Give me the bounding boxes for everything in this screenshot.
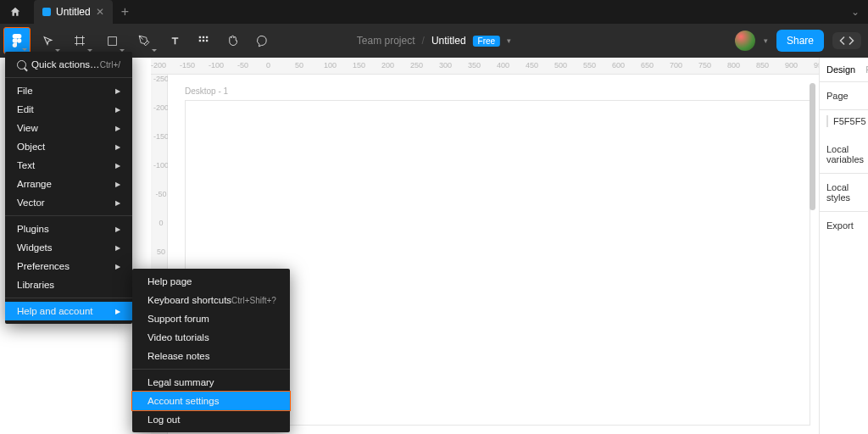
home-button[interactable] — [3, 0, 27, 24]
hand-tool[interactable] — [219, 27, 246, 54]
section-export[interactable]: Export — [820, 212, 868, 239]
menu-file[interactable]: File▶ — [5, 81, 132, 100]
svg-rect-3 — [206, 36, 208, 38]
comment-tool[interactable] — [248, 27, 275, 54]
chevron-down-icon[interactable]: ▾ — [507, 36, 511, 45]
pen-tool[interactable] — [129, 27, 159, 54]
submenu-legal-summary[interactable]: Legal summary — [132, 373, 290, 392]
submenu-video-tutorials[interactable]: Video tutorials — [132, 328, 290, 347]
chevron-right-icon: ▶ — [115, 263, 120, 270]
menu-help-account[interactable]: Help and account ▶ — [5, 302, 132, 320]
section-local-variables[interactable]: Local variables — [820, 136, 868, 174]
submenu-support-forum[interactable]: Support forum — [132, 309, 290, 328]
menu-edit[interactable]: Edit▶ — [5, 100, 132, 119]
menu-quick-actions[interactable]: Quick actions… Ctrl+/ — [5, 55, 132, 74]
move-tool[interactable] — [32, 27, 63, 54]
avatar-caret[interactable]: ▾ — [764, 36, 768, 45]
frame-label: Desktop - 1 — [185, 86, 228, 96]
main-menu-dropdown: Quick actions… Ctrl+/ File▶Edit▶View▶Obj… — [5, 52, 132, 324]
shape-tool[interactable] — [97, 27, 127, 54]
chevron-right-icon: ▶ — [115, 199, 120, 207]
tab-title: Untitled — [56, 6, 91, 18]
menu-preferences[interactable]: Preferences▶ — [5, 257, 132, 275]
chevron-right-icon: ▶ — [115, 225, 120, 233]
submenu-release-notes[interactable]: Release notes — [132, 347, 290, 365]
close-tab-icon[interactable]: ✕ — [96, 6, 104, 18]
menu-view[interactable]: View▶ — [5, 119, 132, 137]
chevron-right-icon: ▶ — [115, 162, 120, 170]
chevron-right-icon: ▶ — [115, 244, 120, 252]
submenu-help-page[interactable]: Help page — [132, 272, 290, 291]
dev-mode-toggle[interactable] — [832, 32, 861, 49]
share-button[interactable]: Share — [776, 30, 824, 52]
svg-rect-4 — [199, 40, 201, 42]
submenu-log-out[interactable]: Log out — [132, 410, 290, 429]
menu-widgets[interactable]: Widgets▶ — [5, 238, 132, 257]
file-title: Untitled — [431, 35, 466, 47]
ruler-horizontal: -200-150-100-500501001502002503003504004… — [151, 58, 819, 75]
page-background-row[interactable]: F5F5F5 — [820, 110, 868, 136]
section-local-styles[interactable]: Local styles — [820, 174, 868, 212]
right-panel: Design Prototype Page F5F5F5 Local varia… — [819, 58, 868, 434]
main-menu-button[interactable] — [3, 27, 31, 54]
svg-rect-2 — [203, 36, 204, 38]
text-tool[interactable] — [161, 27, 188, 54]
menu-text[interactable]: Text▶ — [5, 156, 132, 175]
tab-design[interactable]: Design — [826, 64, 855, 75]
svg-rect-5 — [203, 40, 204, 42]
help-account-submenu: Help pageKeyboard shortcutsCtrl+Shift+?S… — [132, 269, 290, 432]
menu-plugins[interactable]: Plugins▶ — [5, 220, 132, 238]
project-name: Team project — [357, 35, 415, 47]
add-tab-button[interactable]: + — [121, 4, 129, 19]
svg-rect-1 — [199, 36, 201, 38]
menu-object[interactable]: Object▶ — [5, 137, 132, 156]
chevron-right-icon: ▶ — [115, 106, 120, 114]
window-caret-icon[interactable]: ⌄ — [851, 6, 860, 18]
chevron-right-icon: ▶ — [115, 87, 120, 95]
menu-libraries[interactable]: Libraries — [5, 275, 132, 294]
resources-tool[interactable] — [190, 27, 217, 54]
breadcrumb[interactable]: Team project / Untitled Free ▾ — [357, 35, 511, 47]
menu-arrange[interactable]: Arrange▶ — [5, 175, 132, 193]
scrollbar-vertical[interactable] — [810, 83, 815, 210]
svg-rect-0 — [108, 36, 116, 45]
search-icon — [17, 60, 26, 70]
submenu-keyboard-shortcuts[interactable]: Keyboard shortcutsCtrl+Shift+? — [132, 291, 290, 309]
plan-badge: Free — [473, 36, 501, 47]
chevron-right-icon: ▶ — [115, 125, 120, 132]
figma-mini-icon — [42, 8, 51, 16]
document-tab[interactable]: Untitled ✕ — [34, 0, 113, 24]
frame-tool[interactable] — [64, 27, 95, 54]
color-swatch[interactable] — [826, 115, 828, 127]
chevron-right-icon: ▶ — [115, 181, 120, 188]
chevron-right-icon: ▶ — [115, 308, 120, 315]
chevron-right-icon: ▶ — [115, 143, 120, 151]
svg-rect-6 — [206, 40, 208, 42]
section-page: Page — [820, 82, 868, 110]
menu-vector[interactable]: Vector▶ — [5, 193, 132, 212]
avatar[interactable] — [735, 31, 755, 51]
submenu-account-settings[interactable]: Account settings — [132, 392, 290, 410]
